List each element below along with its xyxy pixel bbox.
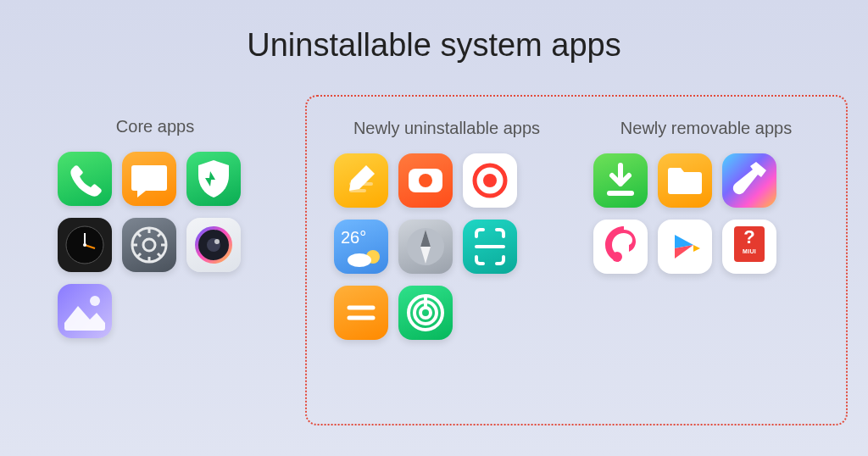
themes-icon[interactable]: [722, 153, 776, 208]
video-icon[interactable]: [658, 220, 712, 274]
svg-point-24: [483, 174, 497, 187]
messages-icon[interactable]: [122, 152, 176, 206]
calculator-icon[interactable]: [334, 286, 388, 340]
feedback-badge: ? MIUI: [734, 226, 765, 262]
weather-value: 26°: [341, 228, 366, 247]
notes-icon[interactable]: [334, 153, 388, 208]
newly-uninstallable-label: Newly uninstallable apps: [334, 119, 559, 138]
svg-rect-35: [607, 191, 634, 196]
camera-icon[interactable]: [186, 218, 241, 272]
svg-line-13: [137, 253, 141, 257]
core-apps-label: Core apps: [58, 117, 253, 136]
feedback-icon[interactable]: ? MIUI: [722, 220, 776, 274]
downloads-icon[interactable]: [593, 153, 648, 208]
clock-icon[interactable]: [58, 218, 112, 272]
scanner-icon[interactable]: [463, 220, 517, 274]
newly-removable-section: Newly removable apps ? MIUI: [593, 119, 819, 407]
newly-uninstallable-grid: 26°: [334, 153, 559, 340]
svg-point-5: [143, 239, 155, 251]
svg-point-22: [419, 174, 432, 187]
settings-icon[interactable]: [122, 218, 176, 272]
newly-removable-label: Newly removable apps: [593, 119, 819, 138]
highlighted-apps-box: Newly uninstallable apps 26°: [305, 95, 848, 425]
svg-point-18: [90, 296, 100, 306]
weather-icon[interactable]: 26°: [334, 220, 388, 274]
newly-removable-grid: ? MIUI: [593, 153, 819, 274]
svg-line-10: [137, 233, 141, 236]
svg-line-11: [158, 253, 161, 257]
screen-recorder-icon[interactable]: [463, 153, 517, 208]
music-icon[interactable]: [593, 220, 648, 274]
phone-icon[interactable]: [58, 152, 112, 206]
share-icon[interactable]: [398, 286, 453, 340]
svg-point-36: [612, 252, 622, 262]
gallery-icon[interactable]: [58, 284, 112, 338]
newly-uninstallable-section: Newly uninstallable apps 26°: [334, 119, 559, 407]
core-apps-grid: [58, 152, 253, 338]
svg-point-3: [83, 243, 86, 247]
compass-icon[interactable]: [398, 220, 453, 274]
svg-point-31: [420, 308, 431, 318]
page-title: Uninstallable system apps: [0, 27, 868, 64]
file-manager-icon[interactable]: [658, 153, 712, 208]
svg-point-17: [214, 239, 220, 244]
security-icon[interactable]: [186, 152, 241, 206]
recorder-icon[interactable]: [398, 153, 453, 208]
svg-line-12: [158, 233, 161, 236]
svg-point-26: [348, 253, 371, 267]
core-apps-section: Core apps: [58, 117, 253, 338]
